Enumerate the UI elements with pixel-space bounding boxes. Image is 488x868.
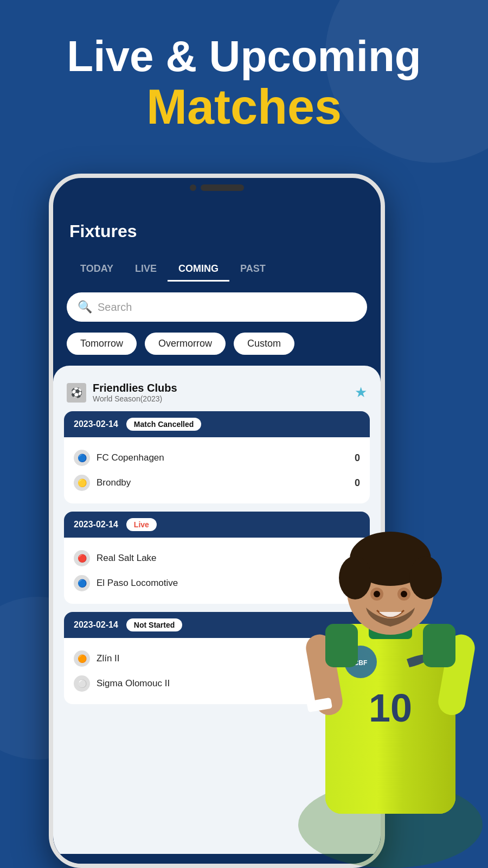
match-2-status: Live	[126, 518, 157, 531]
league-logo: ⚽	[67, 383, 86, 403]
match-2-team-2-name: El Paso Locomotive	[97, 578, 178, 589]
search-placeholder: Search	[98, 301, 132, 314]
match-3-team-1-left: 🟠 Zlín II	[74, 650, 120, 667]
svg-point-10	[409, 556, 442, 599]
notch-camera	[190, 184, 196, 191]
notch-speaker	[201, 184, 244, 191]
tab-past[interactable]: PAST	[229, 258, 277, 282]
match-2-team-2-left: 🔵 El Paso Locomotive	[74, 575, 178, 591]
match-1-date: 2023-02-14	[74, 419, 118, 429]
match-3-team-2-name: Sigma Olomouc II	[97, 678, 170, 689]
svg-text:10: 10	[369, 686, 412, 730]
league-text: Friendlies Clubs World Season(2023)	[93, 382, 177, 403]
team-1-score: 0	[355, 452, 360, 464]
match-3-team-1-logo: 🟠	[74, 650, 90, 667]
match-1-team-1: 🔵 FC Copenhagen 0	[74, 445, 360, 470]
tabs-row: TODAY LIVE COMING PAST	[53, 247, 381, 282]
player-image: 10 CBF	[277, 488, 488, 868]
filter-overmorrow[interactable]: Overmorrow	[145, 333, 226, 355]
match-3-status: Not Started	[126, 618, 182, 631]
hero-title-line2: Matches	[22, 80, 466, 134]
match-2-team-1-name: Real Salt Lake	[97, 553, 157, 564]
team-2-left: 🟡 Brondby	[74, 475, 131, 491]
match-3-date: 2023-02-14	[74, 620, 118, 630]
team-2-score: 0	[355, 477, 360, 489]
fixtures-header: Fixtures	[53, 205, 381, 247]
svg-rect-19	[423, 624, 455, 667]
match-2-team-1-logo: 🔴	[74, 550, 90, 566]
favorite-icon[interactable]: ★	[355, 384, 367, 401]
match-3-team-2-logo: ⚪	[74, 675, 90, 692]
hero-section: Live & Upcoming Matches	[0, 0, 488, 150]
team-1-name: FC Copenhagen	[97, 452, 164, 463]
team-1-left: 🔵 FC Copenhagen	[74, 450, 164, 466]
match-3-team-1-name: Zlín II	[97, 653, 120, 664]
league-season: World Season(2023)	[93, 394, 177, 403]
tab-today[interactable]: TODAY	[69, 258, 124, 282]
svg-rect-18	[325, 624, 358, 667]
filter-pills: Tomorrow Overmorrow Custom	[53, 330, 381, 366]
search-container: 🔍 Search	[53, 282, 381, 330]
svg-point-13	[374, 591, 380, 597]
team-1-logo: 🔵	[74, 450, 90, 466]
league-header: ⚽ Friendlies Clubs World Season(2023) ★	[64, 376, 370, 411]
match-2-team-1-left: 🔴 Real Salt Lake	[74, 550, 157, 566]
filter-tomorrow[interactable]: Tomorrow	[67, 333, 137, 355]
tab-live[interactable]: LIVE	[124, 258, 168, 282]
hero-title-line1: Live & Upcoming	[22, 33, 466, 80]
match-card-1-header: 2023-02-14 Match Cancelled	[64, 411, 370, 437]
search-bar[interactable]: 🔍 Search	[67, 292, 367, 322]
tab-coming[interactable]: COMING	[168, 258, 229, 282]
search-icon: 🔍	[78, 300, 92, 314]
match-2-team-2-logo: 🔵	[74, 575, 90, 591]
team-2-logo: 🟡	[74, 475, 90, 491]
svg-point-9	[339, 556, 371, 599]
team-2-name: Brondby	[97, 477, 131, 488]
fixtures-title: Fixtures	[69, 221, 137, 241]
filter-custom[interactable]: Custom	[234, 333, 294, 355]
phone-notch	[190, 184, 244, 191]
svg-point-14	[401, 591, 407, 597]
match-3-team-2-left: ⚪ Sigma Olomouc II	[74, 675, 170, 692]
league-info: ⚽ Friendlies Clubs World Season(2023)	[67, 382, 177, 403]
match-1-status: Match Cancelled	[126, 418, 201, 431]
league-name: Friendlies Clubs	[93, 382, 177, 394]
match-2-date: 2023-02-14	[74, 520, 118, 529]
